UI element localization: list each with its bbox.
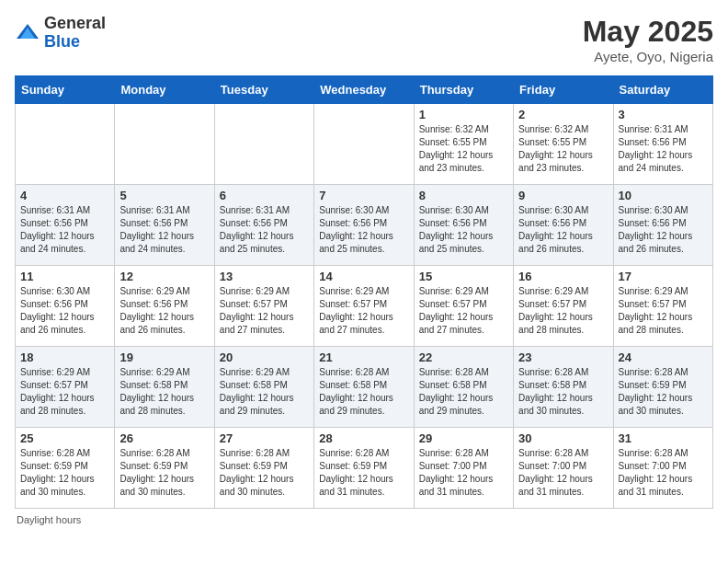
day-number: 6: [220, 189, 309, 202]
day-number: 29: [419, 431, 508, 445]
logo-general: General: [44, 15, 106, 33]
day-info: Sunrise: 6:30 AM Sunset: 6:56 PM Dayligh…: [518, 204, 608, 256]
calendar-header-row: SundayMondayTuesdayWednesdayThursdayFrid…: [16, 76, 713, 104]
day-number: 2: [518, 108, 608, 121]
calendar-header-friday: Friday: [514, 76, 613, 104]
day-number: 7: [319, 189, 408, 202]
calendar-cell: 14Sunrise: 6:29 AM Sunset: 6:57 PM Dayli…: [314, 266, 414, 347]
day-info: Sunrise: 6:29 AM Sunset: 6:57 PM Dayligh…: [220, 285, 309, 337]
day-info: Sunrise: 6:30 AM Sunset: 6:56 PM Dayligh…: [419, 204, 508, 256]
calendar-cell: 8Sunrise: 6:30 AM Sunset: 6:56 PM Daylig…: [414, 185, 513, 266]
day-number: 27: [220, 431, 309, 445]
calendar-table: SundayMondayTuesdayWednesdayThursdayFrid…: [15, 75, 713, 509]
day-info: Sunrise: 6:29 AM Sunset: 6:58 PM Dayligh…: [220, 366, 309, 418]
calendar-cell: 13Sunrise: 6:29 AM Sunset: 6:57 PM Dayli…: [214, 266, 313, 347]
logo: General Blue: [15, 15, 106, 52]
day-info: Sunrise: 6:28 AM Sunset: 6:59 PM Dayligh…: [220, 447, 309, 499]
day-info: Sunrise: 6:28 AM Sunset: 7:00 PM Dayligh…: [518, 447, 608, 499]
day-info: Sunrise: 6:29 AM Sunset: 6:57 PM Dayligh…: [319, 285, 408, 337]
calendar-header-sunday: Sunday: [16, 76, 115, 104]
footer: Daylight hours: [15, 514, 713, 525]
calendar-cell: 27Sunrise: 6:28 AM Sunset: 6:59 PM Dayli…: [214, 428, 313, 509]
day-info: Sunrise: 6:28 AM Sunset: 6:58 PM Dayligh…: [518, 366, 608, 418]
day-number: 5: [119, 189, 209, 202]
calendar-cell: 1Sunrise: 6:32 AM Sunset: 6:55 PM Daylig…: [414, 104, 513, 185]
calendar-cell: 18Sunrise: 6:29 AM Sunset: 6:57 PM Dayli…: [16, 347, 115, 428]
calendar-week-row: 25Sunrise: 6:28 AM Sunset: 6:59 PM Dayli…: [16, 428, 713, 509]
day-number: 17: [619, 270, 708, 283]
location: Ayete, Oyo, Nigeria: [583, 49, 713, 64]
calendar-cell: 10Sunrise: 6:30 AM Sunset: 6:56 PM Dayli…: [613, 185, 712, 266]
calendar-cell: 22Sunrise: 6:28 AM Sunset: 6:58 PM Dayli…: [414, 347, 513, 428]
calendar-cell: 4Sunrise: 6:31 AM Sunset: 6:56 PM Daylig…: [16, 185, 115, 266]
day-number: 4: [20, 189, 109, 202]
calendar-cell: 2Sunrise: 6:32 AM Sunset: 6:55 PM Daylig…: [514, 104, 613, 185]
daylight-label: Daylight hours: [17, 514, 81, 525]
day-number: 21: [319, 350, 408, 364]
day-info: Sunrise: 6:30 AM Sunset: 6:56 PM Dayligh…: [319, 204, 408, 256]
day-info: Sunrise: 6:28 AM Sunset: 6:59 PM Dayligh…: [119, 447, 209, 499]
calendar-cell: 15Sunrise: 6:29 AM Sunset: 6:57 PM Dayli…: [414, 266, 513, 347]
calendar-week-row: 1Sunrise: 6:32 AM Sunset: 6:55 PM Daylig…: [16, 104, 713, 185]
day-info: Sunrise: 6:30 AM Sunset: 6:56 PM Dayligh…: [20, 285, 109, 337]
day-info: Sunrise: 6:31 AM Sunset: 6:56 PM Dayligh…: [619, 123, 708, 175]
day-number: 19: [119, 350, 209, 364]
day-info: Sunrise: 6:31 AM Sunset: 6:56 PM Dayligh…: [220, 204, 309, 256]
calendar-cell: 26Sunrise: 6:28 AM Sunset: 6:59 PM Dayli…: [115, 428, 214, 509]
day-info: Sunrise: 6:29 AM Sunset: 6:57 PM Dayligh…: [518, 285, 608, 337]
day-number: 18: [20, 350, 109, 364]
calendar-header-saturday: Saturday: [613, 76, 712, 104]
calendar-header-wednesday: Wednesday: [314, 76, 414, 104]
page-header: General Blue May 2025 Ayete, Oyo, Nigeri…: [15, 15, 713, 64]
calendar-cell: 6Sunrise: 6:31 AM Sunset: 6:56 PM Daylig…: [214, 185, 313, 266]
day-info: Sunrise: 6:28 AM Sunset: 6:59 PM Dayligh…: [619, 366, 708, 418]
day-info: Sunrise: 6:28 AM Sunset: 6:58 PM Dayligh…: [319, 366, 408, 418]
day-info: Sunrise: 6:31 AM Sunset: 6:56 PM Dayligh…: [20, 204, 109, 256]
day-info: Sunrise: 6:29 AM Sunset: 6:56 PM Dayligh…: [119, 285, 209, 337]
day-number: 10: [619, 189, 708, 202]
title-block: May 2025 Ayete, Oyo, Nigeria: [583, 15, 713, 64]
day-info: Sunrise: 6:30 AM Sunset: 6:56 PM Dayligh…: [619, 204, 708, 256]
calendar-cell: 7Sunrise: 6:30 AM Sunset: 6:56 PM Daylig…: [314, 185, 414, 266]
day-info: Sunrise: 6:32 AM Sunset: 6:55 PM Dayligh…: [419, 123, 508, 175]
day-info: Sunrise: 6:28 AM Sunset: 6:59 PM Dayligh…: [319, 447, 408, 499]
calendar-week-row: 18Sunrise: 6:29 AM Sunset: 6:57 PM Dayli…: [16, 347, 713, 428]
day-number: 30: [518, 431, 608, 445]
calendar-header-thursday: Thursday: [414, 76, 513, 104]
day-number: 11: [20, 270, 109, 283]
day-info: Sunrise: 6:32 AM Sunset: 6:55 PM Dayligh…: [518, 123, 608, 175]
day-number: 26: [119, 431, 209, 445]
calendar-cell: 19Sunrise: 6:29 AM Sunset: 6:58 PM Dayli…: [115, 347, 214, 428]
day-info: Sunrise: 6:28 AM Sunset: 6:59 PM Dayligh…: [20, 447, 109, 499]
calendar-cell: 5Sunrise: 6:31 AM Sunset: 6:56 PM Daylig…: [115, 185, 214, 266]
day-number: 23: [518, 350, 608, 364]
day-number: 12: [119, 270, 209, 283]
calendar-cell: 3Sunrise: 6:31 AM Sunset: 6:56 PM Daylig…: [613, 104, 712, 185]
calendar-cell: [16, 104, 115, 185]
day-number: 20: [220, 350, 309, 364]
day-number: 8: [419, 189, 508, 202]
calendar-cell: 24Sunrise: 6:28 AM Sunset: 6:59 PM Dayli…: [613, 347, 712, 428]
day-info: Sunrise: 6:29 AM Sunset: 6:57 PM Dayligh…: [20, 366, 109, 418]
day-number: 15: [419, 270, 508, 283]
calendar-cell: [314, 104, 414, 185]
day-number: 25: [20, 431, 109, 445]
calendar-week-row: 4Sunrise: 6:31 AM Sunset: 6:56 PM Daylig…: [16, 185, 713, 266]
day-info: Sunrise: 6:29 AM Sunset: 6:57 PM Dayligh…: [419, 285, 508, 337]
day-number: 22: [419, 350, 508, 364]
calendar-cell: [214, 104, 313, 185]
day-number: 13: [220, 270, 309, 283]
logo-icon: [15, 20, 40, 46]
day-info: Sunrise: 6:31 AM Sunset: 6:56 PM Dayligh…: [119, 204, 209, 256]
day-number: 31: [619, 431, 708, 445]
day-number: 16: [518, 270, 608, 283]
day-number: 9: [518, 189, 608, 202]
logo-blue: Blue: [44, 33, 106, 52]
calendar-header-tuesday: Tuesday: [214, 76, 313, 104]
calendar-cell: 29Sunrise: 6:28 AM Sunset: 7:00 PM Dayli…: [414, 428, 513, 509]
calendar-header-monday: Monday: [115, 76, 214, 104]
day-number: 3: [619, 108, 708, 121]
calendar-cell: 17Sunrise: 6:29 AM Sunset: 6:57 PM Dayli…: [613, 266, 712, 347]
day-info: Sunrise: 6:28 AM Sunset: 6:58 PM Dayligh…: [419, 366, 508, 418]
day-number: 28: [319, 431, 408, 445]
